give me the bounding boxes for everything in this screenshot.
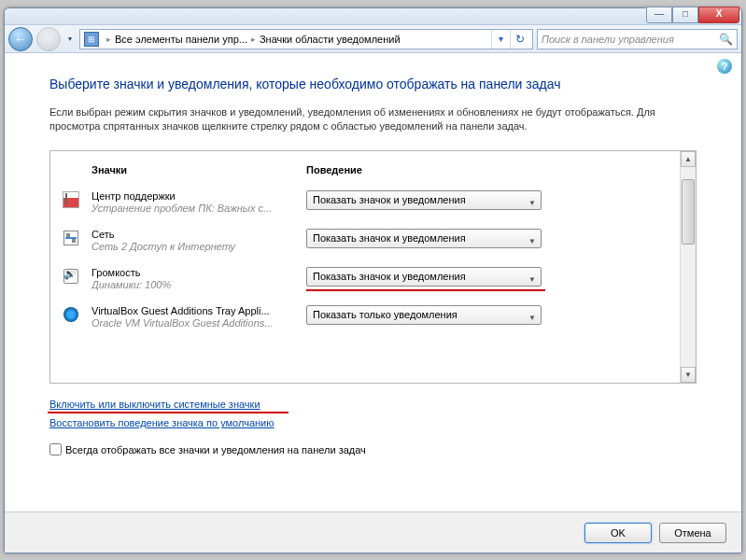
breadcrumb-item[interactable]: Значки области уведомлений: [260, 34, 401, 45]
address-bar: ← → ▾ ⊞ ▸ Все элементы панели упр... ▸ З…: [5, 25, 741, 53]
toggle-system-icons-link[interactable]: Включить или выключить системные значки: [49, 399, 260, 410]
search-input[interactable]: Поиск в панели управления 🔍: [537, 29, 738, 49]
item-desc: Динамики: 100%: [91, 279, 297, 290]
button-bar: OK Отмена: [5, 511, 741, 553]
list-item: VirtualBox Guest Additions Tray Appli...…: [63, 300, 667, 338]
behavior-dropdown[interactable]: Показать значок и уведомления: [306, 190, 542, 210]
item-desc: Устранение проблем ПК: Важных с...: [91, 203, 297, 214]
breadcrumb[interactable]: ⊞ ▸ Все элементы панели упр... ▸ Значки …: [79, 29, 533, 49]
checkbox-label: Всегда отображать все значки и уведомлен…: [65, 444, 366, 455]
action-center-icon: [63, 190, 91, 207]
list-item: Сеть Сеть 2 Доступ к Интернету Показать …: [63, 223, 667, 261]
icons-list-frame: Значки Поведение Центр поддержки Устране…: [49, 150, 697, 384]
breadcrumb-sep: ▸: [106, 35, 111, 44]
page-title: Выберите значки и уведомления, которые н…: [49, 76, 697, 94]
list-item: Центр поддержки Устранение проблем ПК: В…: [63, 185, 667, 223]
item-name: Сеть: [91, 229, 306, 240]
item-name: Громкость: [91, 267, 306, 278]
control-panel-icon: ⊞: [84, 32, 99, 47]
help-icon[interactable]: ?: [717, 59, 732, 74]
network-icon: [63, 229, 91, 245]
list-item: Громкость Динамики: 100% Показать значок…: [63, 261, 667, 300]
item-desc: Oracle VM VirtualBox Guest Additions...: [91, 317, 297, 329]
highlight-underline: [306, 289, 545, 291]
breadcrumb-sep: ▸: [251, 35, 256, 44]
behavior-dropdown[interactable]: Показать значок и уведомления: [306, 267, 542, 287]
icons-list: Значки Поведение Центр поддержки Устране…: [50, 151, 680, 383]
column-headers: Значки Поведение: [63, 161, 667, 185]
col-behavior: Поведение: [306, 164, 362, 175]
cancel-button[interactable]: Отмена: [659, 523, 726, 543]
scroll-down-button[interactable]: ▼: [681, 367, 696, 383]
restore-defaults-link[interactable]: Восстановить поведение значка по умолчан…: [49, 417, 274, 428]
search-icon[interactable]: 🔍: [719, 33, 733, 46]
content-area: ? Выберите значки и уведомления, которые…: [5, 53, 741, 511]
item-name: Центр поддержки: [91, 190, 306, 202]
links-area: Включить или выключить системные значки …: [49, 399, 697, 436]
nav-back-button[interactable]: ←: [8, 27, 33, 51]
minimize-button[interactable]: —: [646, 7, 672, 23]
nav-history-dropdown[interactable]: ▾: [64, 30, 76, 49]
virtualbox-icon: [63, 305, 91, 322]
breadcrumb-item[interactable]: Все элементы панели упр...: [115, 34, 247, 45]
close-button[interactable]: X: [698, 7, 739, 23]
item-desc: Сеть 2 Доступ к Интернету: [91, 241, 297, 252]
control-panel-window: — □ X ← → ▾ ⊞ ▸ Все элементы панели упр.…: [4, 7, 742, 553]
behavior-dropdown[interactable]: Показать только уведомления: [306, 305, 542, 325]
vertical-scrollbar[interactable]: ▲ ▼: [680, 151, 696, 383]
refresh-button[interactable]: ↻: [510, 30, 528, 49]
ok-button[interactable]: OK: [584, 523, 652, 543]
item-name: VirtualBox Guest Additions Tray Appli...: [91, 305, 306, 316]
scroll-thumb[interactable]: [682, 179, 695, 245]
volume-icon: [63, 267, 91, 284]
search-placeholder: Поиск в панели управления: [542, 34, 674, 45]
address-dropdown[interactable]: ▾: [491, 30, 510, 49]
highlight-underline: [48, 412, 289, 413]
nav-forward-button[interactable]: →: [36, 27, 61, 51]
page-description: Если выбран режим скрытия значков и увед…: [49, 105, 697, 134]
titlebar: — □ X: [5, 8, 741, 25]
maximize-button[interactable]: □: [672, 7, 698, 23]
always-show-checkbox[interactable]: [49, 443, 62, 455]
always-show-checkbox-row: Всегда отображать все значки и уведомлен…: [49, 443, 697, 455]
behavior-dropdown[interactable]: Показать значок и уведомления: [306, 229, 542, 248]
col-icons: Значки: [91, 164, 306, 175]
scroll-up-button[interactable]: ▲: [681, 151, 696, 167]
window-controls: — □ X: [646, 7, 739, 23]
